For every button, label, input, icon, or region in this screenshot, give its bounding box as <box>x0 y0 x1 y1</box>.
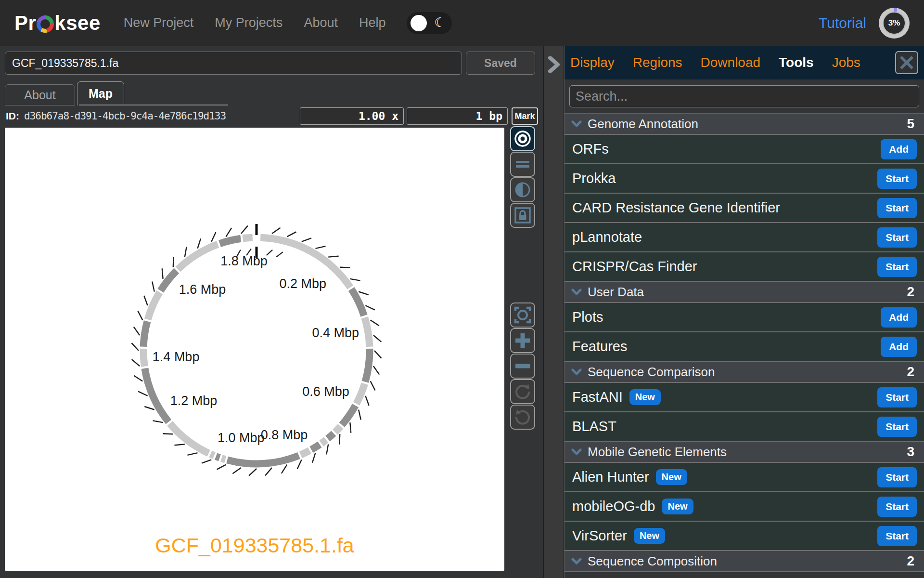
contig-segment[interactable] <box>342 406 355 425</box>
contig-segment[interactable] <box>148 292 159 319</box>
tutorial-link[interactable]: Tutorial <box>819 15 866 31</box>
add-button[interactable]: Add <box>881 307 917 328</box>
contig-segment[interactable] <box>227 456 299 464</box>
panel-tab-tools[interactable]: Tools <box>779 55 814 70</box>
tool-label: CARD Resistance Gene Identifier <box>572 200 780 216</box>
mark-button[interactable]: Mark <box>512 107 538 125</box>
lock-button[interactable] <box>510 203 535 228</box>
ruler-tick <box>144 407 154 409</box>
start-button[interactable]: Start <box>877 526 917 546</box>
invert-colors-button[interactable] <box>510 177 535 202</box>
ruler-tick <box>339 434 340 444</box>
panel-tab-download[interactable]: Download <box>701 55 761 70</box>
tool-row: VirSorterNewStart <box>565 522 924 551</box>
start-button[interactable]: Start <box>877 257 917 277</box>
ruler-tick <box>202 460 211 463</box>
tab-map[interactable]: Map <box>77 81 124 105</box>
close-panel-button[interactable] <box>895 51 918 74</box>
contig-segment[interactable] <box>335 426 340 432</box>
theme-toggle[interactable]: ☾ <box>407 12 452 34</box>
contig-segment[interactable] <box>365 349 370 382</box>
contig-segment[interactable] <box>216 456 220 458</box>
tool-label: BLAST <box>572 419 616 434</box>
section-title: Sequence Composition <box>588 554 717 569</box>
contig-segment[interactable] <box>219 238 241 244</box>
section-header[interactable]: User Data2 <box>565 282 924 303</box>
ruler-tick <box>287 232 296 236</box>
zoom-in-button[interactable] <box>510 328 535 353</box>
proksee-logo: Prksee <box>14 12 101 35</box>
ruler-tick <box>282 465 287 473</box>
ruler-tick <box>350 279 360 281</box>
contig-segment[interactable] <box>170 423 209 453</box>
map-canvas[interactable]: 0.2 Mbp0.4 Mbp0.6 Mbp0.8 Mbp1.0 Mbp1.2 M… <box>5 128 504 571</box>
new-badge: New <box>662 499 693 514</box>
nav-help[interactable]: Help <box>359 15 386 30</box>
contig-segment[interactable] <box>143 321 147 347</box>
section-header[interactable]: Mobile Genetic Elements3 <box>565 442 924 463</box>
undo-button[interactable] <box>510 405 535 430</box>
start-button[interactable]: Start <box>877 387 917 407</box>
nav-new-project[interactable]: New Project <box>124 15 194 30</box>
contig-segment[interactable] <box>365 317 370 347</box>
horizontal-lines-icon <box>513 155 532 174</box>
section-header[interactable]: Genome Annotation5 <box>565 114 924 135</box>
linear-view-button[interactable] <box>510 152 535 177</box>
position-label: 1.8 Mbp <box>220 254 268 268</box>
panel-tab-display[interactable]: Display <box>570 55 615 70</box>
tutorial-progress-ring[interactable]: 3% <box>879 8 910 39</box>
sun-toggle-knob <box>411 15 427 31</box>
ruler-tick <box>371 320 379 326</box>
tools-search-input[interactable] <box>569 85 919 107</box>
tool-row: pLannotateStart <box>565 223 924 252</box>
nav-my-projects[interactable]: My Projects <box>215 15 282 30</box>
fit-frame-icon <box>513 305 532 325</box>
contig-segment[interactable] <box>311 445 320 450</box>
contig-segment[interactable] <box>221 458 225 459</box>
circular-view-button[interactable] <box>510 126 535 151</box>
concentric-circles-icon <box>513 129 532 148</box>
ruler-tick <box>152 281 154 291</box>
tool-label: FastANI <box>572 389 623 405</box>
start-button[interactable]: Start <box>877 417 917 437</box>
add-button[interactable]: Add <box>881 337 917 357</box>
start-button[interactable]: Start <box>877 467 917 487</box>
nav-about[interactable]: About <box>304 15 338 30</box>
panel-tab-jobs[interactable]: Jobs <box>832 55 860 70</box>
tab-about[interactable]: About <box>5 84 75 105</box>
moon-icon: ☾ <box>434 16 446 29</box>
saved-button[interactable]: Saved <box>466 52 535 75</box>
panel-tab-regions[interactable]: Regions <box>633 55 682 70</box>
section-count: 3 <box>907 444 914 460</box>
contig-segment[interactable] <box>143 349 144 367</box>
project-name-input[interactable] <box>5 52 462 75</box>
ruler-tick <box>374 351 382 358</box>
zoom-out-button[interactable] <box>510 354 535 379</box>
section-header[interactable]: Sequence Composition2 <box>565 551 924 572</box>
contig-segment[interactable] <box>356 384 364 404</box>
ruler-tick <box>265 468 272 475</box>
ruler-tick <box>232 468 241 473</box>
section-header[interactable]: Sequence Comparison2 <box>565 362 924 383</box>
start-button[interactable]: Start <box>877 227 917 248</box>
tool-row: CARD Resistance Gene IdentifierStart <box>565 194 924 223</box>
contig-segment[interactable] <box>328 434 334 439</box>
tool-label: Prokka <box>572 171 616 186</box>
contig-segment[interactable] <box>301 450 310 455</box>
fit-to-view-button[interactable] <box>510 302 535 328</box>
start-button[interactable]: Start <box>877 169 917 189</box>
tool-label: CRISPR/Cas Finder <box>572 259 697 275</box>
contig-segment[interactable] <box>243 237 252 238</box>
add-button[interactable]: Add <box>881 139 917 159</box>
contig-segment[interactable] <box>210 454 214 456</box>
collapse-panel-button[interactable] <box>548 56 560 74</box>
redo-button[interactable] <box>510 379 535 404</box>
start-button[interactable]: Start <box>877 198 917 218</box>
tool-label: pLannotate <box>572 229 642 245</box>
start-button[interactable]: Start <box>877 497 917 517</box>
zoom-factor-field[interactable]: 1.00 x <box>300 107 404 125</box>
circular-genome-map[interactable]: 0.2 Mbp0.4 Mbp0.6 Mbp0.8 Mbp1.0 Mbp1.2 M… <box>5 128 504 571</box>
contig-segment[interactable] <box>321 440 326 443</box>
bp-position-field[interactable]: 1 bp <box>407 107 508 125</box>
contig-segment[interactable] <box>145 368 168 422</box>
